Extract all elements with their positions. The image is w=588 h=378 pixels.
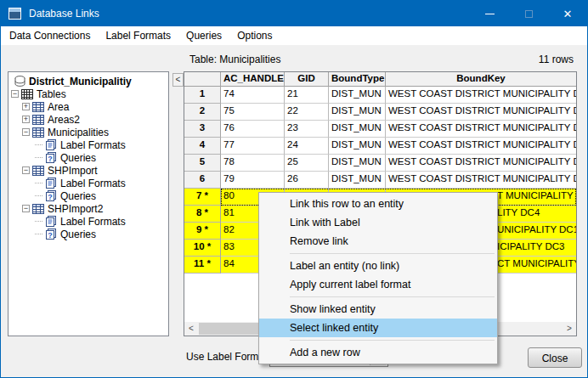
row-header[interactable]: 4	[184, 138, 221, 155]
row-count-label: 11 rows	[539, 54, 574, 65]
cell-gid[interactable]: 25	[285, 155, 329, 172]
menu-queries[interactable]: Queries	[178, 27, 229, 44]
close-button[interactable]: Close	[528, 347, 582, 368]
table-row-5[interactable]: 57825DIST_MUNWEST COAST DISTRICT MUNICIP…	[184, 155, 576, 172]
tree-item-label-formats[interactable]: Label Formats	[8, 177, 168, 189]
queries-icon: ?	[45, 228, 57, 240]
collapse-node-icon[interactable]: −	[11, 90, 19, 98]
table-icon	[32, 203, 44, 214]
cell-boundkey[interactable]: WEST COAST DISTRICT MUNICIPALITY DC1	[386, 172, 576, 189]
row-header[interactable]: 11 *	[184, 257, 221, 274]
cell-gid[interactable]: 24	[285, 138, 329, 155]
cell-ac-handle[interactable]: 79	[221, 172, 285, 189]
table-row-6[interactable]: 67926DIST_MUNWEST COAST DISTRICT MUNICIP…	[184, 172, 576, 189]
menu-options[interactable]: Options	[229, 27, 280, 44]
grid-header-boundkey[interactable]: BoundKey	[386, 72, 576, 87]
tree-item-label: Area	[48, 101, 69, 113]
row-header[interactable]: 5	[184, 155, 221, 172]
tree-item-label: Queries	[60, 152, 96, 164]
tree-item-label: Label Formats	[60, 216, 126, 228]
tree-item-label-formats[interactable]: Label Formats	[8, 138, 168, 151]
grid-header-ac-handle[interactable]: AC_HANDLE	[221, 72, 285, 87]
collapse-node-icon[interactable]: −	[22, 128, 30, 136]
cell-boundkey[interactable]: WEST COAST DISTRICT MUNICIPALITY DC1	[386, 87, 576, 104]
queries-icon: ?	[45, 190, 57, 201]
menu-item-apply-current-label-format[interactable]: Apply current label format	[259, 275, 497, 294]
row-header[interactable]: 9 *	[184, 223, 221, 240]
cell-ac-handle[interactable]: 77	[221, 138, 285, 155]
tree-connector	[35, 234, 42, 234]
table-row-4[interactable]: 47724DIST_MUNWEST COAST DISTRICT MUNICIP…	[184, 138, 576, 155]
cell-boundkey[interactable]: WEST COAST DISTRICT MUNICIPALITY DC1	[386, 138, 576, 155]
tree-item-shpimport[interactable]: −SHPImport	[8, 164, 168, 177]
menu-data-connections[interactable]: Data Connections	[2, 27, 98, 44]
row-header[interactable]: 1	[184, 87, 221, 104]
title-bar: Database Links ✕	[1, 1, 587, 26]
connection-tree: District_Municipalitiy−Tables+Area+Areas…	[8, 71, 169, 336]
cell-boundkey[interactable]: WEST COAST DISTRICT MUNICIPALITY DC1	[386, 104, 576, 121]
table-row-3[interactable]: 37623DIST_MUNWEST COAST DISTRICT MUNICIP…	[184, 121, 576, 138]
menu-item-label-an-entity-no-link[interactable]: Label an entity (no link)	[259, 257, 497, 275]
maximize-button[interactable]	[509, 1, 548, 26]
row-header[interactable]: 7 *	[184, 189, 221, 206]
cell-boundtype[interactable]: DIST_MUN	[329, 104, 386, 121]
tree-item-shpimport2[interactable]: −SHPImport2	[8, 202, 168, 215]
scroll-right-icon[interactable]: >	[563, 322, 576, 336]
expand-node-icon[interactable]: +	[22, 103, 30, 110]
row-header[interactable]: 2	[184, 104, 221, 121]
collapse-node-icon[interactable]: −	[22, 205, 30, 212]
cell-ac-handle[interactable]: 78	[221, 155, 285, 172]
table-icon	[32, 101, 44, 112]
cell-ac-handle[interactable]: 76	[221, 121, 285, 138]
tree-item-queries[interactable]: ?Queries	[8, 151, 168, 164]
row-header[interactable]: 8 *	[184, 206, 221, 223]
menu-item-add-a-new-row[interactable]: Add a new row	[259, 343, 497, 362]
menu-item-select-linked-entity[interactable]: Select linked entity	[259, 319, 497, 337]
cell-ac-handle[interactable]: 75	[221, 104, 285, 121]
menu-item-link-with-label[interactable]: Link with Label	[259, 213, 497, 232]
cell-boundkey[interactable]: WEST COAST DISTRICT MUNICIPALITY DC1	[386, 121, 576, 138]
tree-item-area[interactable]: +Area	[8, 100, 168, 113]
expand-node-icon[interactable]: +	[22, 116, 30, 123]
scroll-left-icon[interactable]: <	[184, 322, 198, 336]
tree-item-label: Tables	[37, 88, 66, 100]
row-header[interactable]: 3	[184, 121, 221, 138]
tree-item-queries[interactable]: ?Queries	[8, 228, 168, 240]
row-header[interactable]: 10 *	[184, 240, 221, 257]
menu-item-show-linked-entity[interactable]: Show linked entity	[259, 300, 497, 319]
cell-boundkey[interactable]: WEST COAST DISTRICT MUNICIPALITY DC1	[386, 155, 576, 172]
row-header[interactable]: 6	[184, 172, 221, 189]
cell-ac-handle[interactable]: 74	[221, 87, 285, 104]
tree-item-queries[interactable]: ?Queries	[8, 189, 168, 202]
cell-boundtype[interactable]: DIST_MUN	[329, 172, 386, 189]
table-row-1[interactable]: 17421DIST_MUNWEST COAST DISTRICT MUNICIP…	[184, 87, 576, 104]
tree-item-areas2[interactable]: +Areas2	[8, 113, 168, 126]
menu-label-formats[interactable]: Label Formats	[98, 27, 178, 44]
tree-item-label-formats[interactable]: Label Formats	[8, 215, 168, 228]
label-formats-icon	[45, 216, 57, 227]
cell-gid[interactable]: 23	[285, 121, 329, 138]
cell-gid[interactable]: 22	[285, 104, 329, 121]
cell-gid[interactable]: 26	[285, 172, 329, 189]
grid-header-boundtype[interactable]: BoundType	[329, 72, 386, 87]
table-icon	[32, 165, 44, 176]
queries-icon: ?	[45, 152, 57, 163]
collapse-node-icon[interactable]: −	[22, 166, 30, 174]
menu-item-remove-link[interactable]: Remove link	[259, 232, 497, 251]
table-row-2[interactable]: 27522DIST_MUNWEST COAST DISTRICT MUNICIP…	[184, 104, 576, 121]
cell-boundtype[interactable]: DIST_MUN	[329, 155, 386, 172]
minimize-button[interactable]	[470, 1, 509, 26]
cell-boundtype[interactable]: DIST_MUN	[329, 138, 386, 155]
menu-item-link-this-row-to-an-entity[interactable]: Link this row to an entity	[259, 195, 497, 213]
cell-boundtype[interactable]: DIST_MUN	[329, 87, 386, 104]
grid-header-gid[interactable]: GID	[285, 72, 329, 87]
cell-gid[interactable]: 21	[285, 87, 329, 104]
maximize-icon	[525, 10, 533, 18]
tree-collapse-button[interactable]: <	[172, 73, 184, 87]
tree-item-district-municipalitiy[interactable]: District_Municipalitiy	[8, 75, 168, 87]
tree-item-municipalities[interactable]: −Municipalities	[8, 126, 168, 138]
tree-item-tables[interactable]: −Tables	[8, 87, 168, 100]
tree-connector	[35, 221, 42, 222]
cell-boundtype[interactable]: DIST_MUN	[329, 121, 386, 138]
close-window-button[interactable]: ✕	[548, 1, 587, 26]
